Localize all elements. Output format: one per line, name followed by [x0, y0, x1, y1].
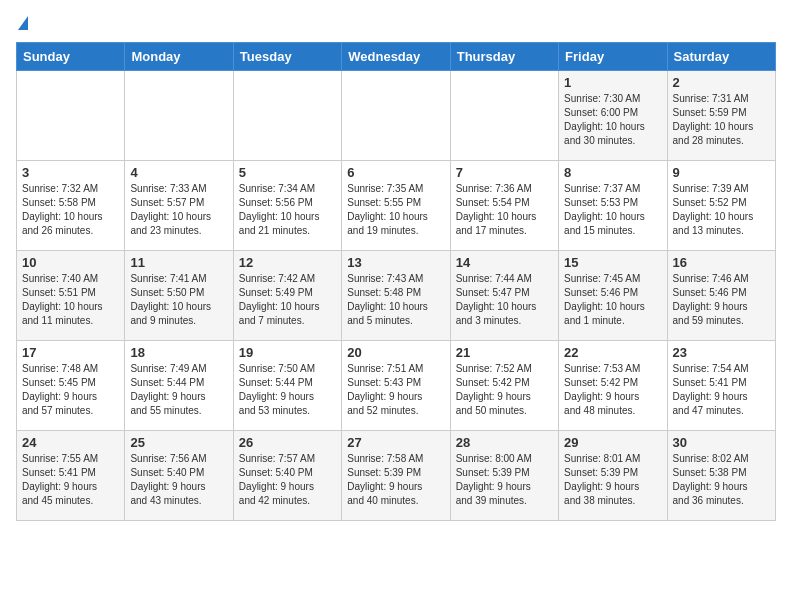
- day-info: Sunrise: 8:01 AM Sunset: 5:39 PM Dayligh…: [564, 452, 661, 508]
- calendar-cell: 3Sunrise: 7:32 AM Sunset: 5:58 PM Daylig…: [17, 161, 125, 251]
- day-info: Sunrise: 7:37 AM Sunset: 5:53 PM Dayligh…: [564, 182, 661, 238]
- day-number: 11: [130, 255, 227, 270]
- calendar-cell: 22Sunrise: 7:53 AM Sunset: 5:42 PM Dayli…: [559, 341, 667, 431]
- calendar-cell: 7Sunrise: 7:36 AM Sunset: 5:54 PM Daylig…: [450, 161, 558, 251]
- day-number: 22: [564, 345, 661, 360]
- day-info: Sunrise: 7:33 AM Sunset: 5:57 PM Dayligh…: [130, 182, 227, 238]
- calendar-cell: 20Sunrise: 7:51 AM Sunset: 5:43 PM Dayli…: [342, 341, 450, 431]
- day-number: 18: [130, 345, 227, 360]
- day-info: Sunrise: 7:41 AM Sunset: 5:50 PM Dayligh…: [130, 272, 227, 328]
- calendar-cell: 12Sunrise: 7:42 AM Sunset: 5:49 PM Dayli…: [233, 251, 341, 341]
- day-info: Sunrise: 7:46 AM Sunset: 5:46 PM Dayligh…: [673, 272, 770, 328]
- calendar-cell: 2Sunrise: 7:31 AM Sunset: 5:59 PM Daylig…: [667, 71, 775, 161]
- day-number: 28: [456, 435, 553, 450]
- day-number: 14: [456, 255, 553, 270]
- day-number: 1: [564, 75, 661, 90]
- day-info: Sunrise: 7:35 AM Sunset: 5:55 PM Dayligh…: [347, 182, 444, 238]
- day-info: Sunrise: 7:39 AM Sunset: 5:52 PM Dayligh…: [673, 182, 770, 238]
- calendar-cell: 4Sunrise: 7:33 AM Sunset: 5:57 PM Daylig…: [125, 161, 233, 251]
- calendar-cell: 17Sunrise: 7:48 AM Sunset: 5:45 PM Dayli…: [17, 341, 125, 431]
- calendar-cell: 23Sunrise: 7:54 AM Sunset: 5:41 PM Dayli…: [667, 341, 775, 431]
- day-number: 6: [347, 165, 444, 180]
- weekday-header-tuesday: Tuesday: [233, 43, 341, 71]
- calendar-cell: 27Sunrise: 7:58 AM Sunset: 5:39 PM Dayli…: [342, 431, 450, 521]
- page-header: [16, 16, 776, 30]
- day-info: Sunrise: 7:43 AM Sunset: 5:48 PM Dayligh…: [347, 272, 444, 328]
- day-number: 10: [22, 255, 119, 270]
- day-number: 12: [239, 255, 336, 270]
- day-info: Sunrise: 7:50 AM Sunset: 5:44 PM Dayligh…: [239, 362, 336, 418]
- calendar-cell: 29Sunrise: 8:01 AM Sunset: 5:39 PM Dayli…: [559, 431, 667, 521]
- calendar-cell: 11Sunrise: 7:41 AM Sunset: 5:50 PM Dayli…: [125, 251, 233, 341]
- day-number: 21: [456, 345, 553, 360]
- day-number: 3: [22, 165, 119, 180]
- calendar-week-row: 24Sunrise: 7:55 AM Sunset: 5:41 PM Dayli…: [17, 431, 776, 521]
- day-number: 13: [347, 255, 444, 270]
- calendar-cell: [17, 71, 125, 161]
- calendar-cell: 14Sunrise: 7:44 AM Sunset: 5:47 PM Dayli…: [450, 251, 558, 341]
- calendar-cell: 21Sunrise: 7:52 AM Sunset: 5:42 PM Dayli…: [450, 341, 558, 431]
- weekday-header-wednesday: Wednesday: [342, 43, 450, 71]
- calendar-cell: [342, 71, 450, 161]
- calendar-cell: 5Sunrise: 7:34 AM Sunset: 5:56 PM Daylig…: [233, 161, 341, 251]
- calendar-week-row: 17Sunrise: 7:48 AM Sunset: 5:45 PM Dayli…: [17, 341, 776, 431]
- logo-triangle-icon: [18, 16, 28, 30]
- calendar-cell: [125, 71, 233, 161]
- day-info: Sunrise: 7:42 AM Sunset: 5:49 PM Dayligh…: [239, 272, 336, 328]
- weekday-header-row: SundayMondayTuesdayWednesdayThursdayFrid…: [17, 43, 776, 71]
- calendar-cell: 13Sunrise: 7:43 AM Sunset: 5:48 PM Dayli…: [342, 251, 450, 341]
- day-info: Sunrise: 7:55 AM Sunset: 5:41 PM Dayligh…: [22, 452, 119, 508]
- day-info: Sunrise: 7:56 AM Sunset: 5:40 PM Dayligh…: [130, 452, 227, 508]
- calendar-week-row: 10Sunrise: 7:40 AM Sunset: 5:51 PM Dayli…: [17, 251, 776, 341]
- day-number: 7: [456, 165, 553, 180]
- weekday-header-sunday: Sunday: [17, 43, 125, 71]
- day-info: Sunrise: 7:49 AM Sunset: 5:44 PM Dayligh…: [130, 362, 227, 418]
- calendar-cell: 15Sunrise: 7:45 AM Sunset: 5:46 PM Dayli…: [559, 251, 667, 341]
- day-info: Sunrise: 7:52 AM Sunset: 5:42 PM Dayligh…: [456, 362, 553, 418]
- day-info: Sunrise: 7:30 AM Sunset: 6:00 PM Dayligh…: [564, 92, 661, 148]
- day-info: Sunrise: 7:44 AM Sunset: 5:47 PM Dayligh…: [456, 272, 553, 328]
- calendar-cell: 1Sunrise: 7:30 AM Sunset: 6:00 PM Daylig…: [559, 71, 667, 161]
- weekday-header-saturday: Saturday: [667, 43, 775, 71]
- day-number: 4: [130, 165, 227, 180]
- day-info: Sunrise: 7:32 AM Sunset: 5:58 PM Dayligh…: [22, 182, 119, 238]
- day-number: 20: [347, 345, 444, 360]
- calendar-cell: 10Sunrise: 7:40 AM Sunset: 5:51 PM Dayli…: [17, 251, 125, 341]
- day-info: Sunrise: 8:02 AM Sunset: 5:38 PM Dayligh…: [673, 452, 770, 508]
- day-number: 8: [564, 165, 661, 180]
- day-info: Sunrise: 7:57 AM Sunset: 5:40 PM Dayligh…: [239, 452, 336, 508]
- day-info: Sunrise: 7:31 AM Sunset: 5:59 PM Dayligh…: [673, 92, 770, 148]
- weekday-header-thursday: Thursday: [450, 43, 558, 71]
- calendar-cell: 25Sunrise: 7:56 AM Sunset: 5:40 PM Dayli…: [125, 431, 233, 521]
- logo: [16, 16, 28, 30]
- calendar-cell: 26Sunrise: 7:57 AM Sunset: 5:40 PM Dayli…: [233, 431, 341, 521]
- calendar-week-row: 1Sunrise: 7:30 AM Sunset: 6:00 PM Daylig…: [17, 71, 776, 161]
- day-number: 25: [130, 435, 227, 450]
- day-number: 17: [22, 345, 119, 360]
- calendar-cell: 24Sunrise: 7:55 AM Sunset: 5:41 PM Dayli…: [17, 431, 125, 521]
- day-info: Sunrise: 7:40 AM Sunset: 5:51 PM Dayligh…: [22, 272, 119, 328]
- day-info: Sunrise: 7:45 AM Sunset: 5:46 PM Dayligh…: [564, 272, 661, 328]
- day-number: 19: [239, 345, 336, 360]
- weekday-header-friday: Friday: [559, 43, 667, 71]
- day-number: 30: [673, 435, 770, 450]
- weekday-header-monday: Monday: [125, 43, 233, 71]
- calendar-cell: 6Sunrise: 7:35 AM Sunset: 5:55 PM Daylig…: [342, 161, 450, 251]
- day-number: 27: [347, 435, 444, 450]
- calendar-week-row: 3Sunrise: 7:32 AM Sunset: 5:58 PM Daylig…: [17, 161, 776, 251]
- calendar-cell: 19Sunrise: 7:50 AM Sunset: 5:44 PM Dayli…: [233, 341, 341, 431]
- day-info: Sunrise: 7:48 AM Sunset: 5:45 PM Dayligh…: [22, 362, 119, 418]
- calendar-cell: 28Sunrise: 8:00 AM Sunset: 5:39 PM Dayli…: [450, 431, 558, 521]
- calendar-cell: 18Sunrise: 7:49 AM Sunset: 5:44 PM Dayli…: [125, 341, 233, 431]
- calendar-cell: 30Sunrise: 8:02 AM Sunset: 5:38 PM Dayli…: [667, 431, 775, 521]
- day-number: 26: [239, 435, 336, 450]
- day-number: 16: [673, 255, 770, 270]
- calendar-cell: 8Sunrise: 7:37 AM Sunset: 5:53 PM Daylig…: [559, 161, 667, 251]
- day-number: 24: [22, 435, 119, 450]
- day-info: Sunrise: 7:53 AM Sunset: 5:42 PM Dayligh…: [564, 362, 661, 418]
- day-info: Sunrise: 7:36 AM Sunset: 5:54 PM Dayligh…: [456, 182, 553, 238]
- day-info: Sunrise: 7:54 AM Sunset: 5:41 PM Dayligh…: [673, 362, 770, 418]
- day-number: 2: [673, 75, 770, 90]
- day-number: 29: [564, 435, 661, 450]
- day-info: Sunrise: 7:58 AM Sunset: 5:39 PM Dayligh…: [347, 452, 444, 508]
